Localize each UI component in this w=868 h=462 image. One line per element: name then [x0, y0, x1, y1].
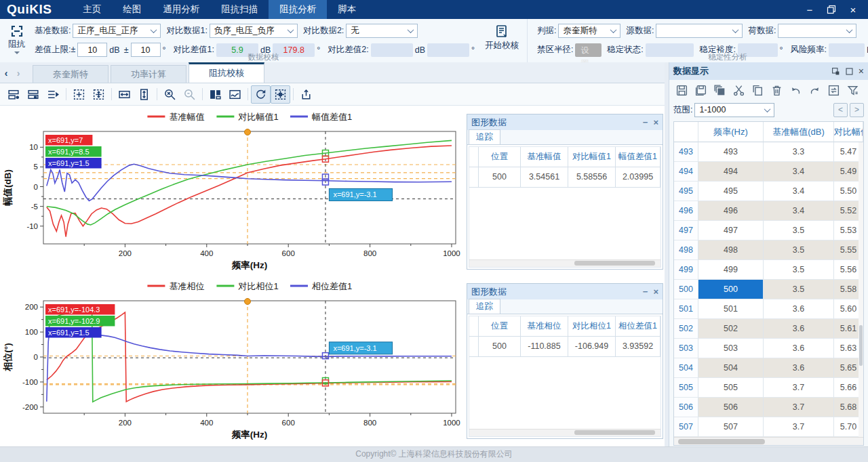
menu-item-3[interactable]: 通用分析 — [152, 0, 210, 19]
column-header-1[interactable]: 位置 — [479, 316, 521, 337]
menu-item-2[interactable]: 绘图 — [112, 0, 152, 19]
column-header-2[interactable]: 频率(Hz) — [698, 122, 764, 142]
fit-horizontal-icon[interactable] — [115, 85, 134, 104]
magnitude-chart[interactable]: 2004006008001000-10-50510幅值(dB)频率(Hz)x=6… — [0, 108, 465, 275]
column-header-3[interactable]: 对比相位1 — [568, 316, 616, 337]
data-cell[interactable]: 3.3 — [764, 142, 834, 162]
minimize-icon[interactable]: − — [800, 1, 819, 18]
table-row-503[interactable]: 5035033.65.63 — [674, 339, 863, 358]
table-row-505[interactable]: 5055053.75.66 — [674, 378, 863, 398]
data-cell[interactable]: 499 — [698, 260, 764, 280]
table-row-497[interactable]: 4974973.55.53 — [674, 221, 863, 240]
column-header-1[interactable] — [674, 122, 698, 142]
data-cell[interactable]: 498 — [698, 240, 764, 260]
data-cell[interactable]: 507 — [698, 417, 764, 437]
start-check-button[interactable]: 开始校核 — [481, 23, 523, 53]
table-row-499[interactable]: 4994993.55.56 — [674, 260, 863, 280]
table-row-493[interactable]: 4934933.35.47 — [674, 142, 863, 162]
column-header-2[interactable]: 基准幅值 — [521, 147, 568, 167]
close-panel-icon[interactable]: × — [859, 66, 864, 77]
table-row-500[interactable]: 5005003.55.58 — [674, 280, 863, 299]
zoom-out-icon[interactable] — [160, 85, 180, 104]
data-cell[interactable]: 3.5 — [764, 240, 834, 260]
column-header-3[interactable]: 对比幅值1 — [568, 147, 616, 167]
table-row-504[interactable]: 5045043.65.65 — [674, 358, 863, 378]
row-index[interactable]: 497 — [674, 221, 698, 240]
undo-icon[interactable] — [789, 84, 802, 97]
filter-icon[interactable] — [846, 84, 859, 97]
horizontal-scrollbar[interactable] — [674, 437, 863, 445]
row-index[interactable]: 506 — [674, 398, 698, 417]
range-select[interactable]: 1-1000 — [694, 103, 774, 117]
trace-cell[interactable]: 3.54561 — [521, 167, 568, 188]
save-icon[interactable] — [675, 84, 688, 97]
table-row-506[interactable]: 5065063.75.68 — [674, 398, 863, 417]
copy-icon[interactable] — [751, 84, 764, 97]
data-cell[interactable]: 494 — [698, 162, 764, 182]
data-cell[interactable]: 3.7 — [764, 378, 834, 398]
data-cell[interactable]: 3.4 — [764, 201, 834, 221]
row-index[interactable]: 493 — [674, 142, 698, 162]
row-index[interactable]: 499 — [674, 260, 698, 280]
data-cell[interactable]: 506 — [698, 398, 764, 417]
fit-selection-icon[interactable] — [89, 85, 108, 104]
doc-tab-1[interactable]: 奈奎斯特 — [33, 65, 108, 83]
menu-item-6[interactable]: 脚本 — [327, 0, 367, 19]
restore-icon[interactable] — [822, 1, 841, 18]
row-index[interactable]: 501 — [674, 299, 698, 319]
data-cell[interactable]: 3.6 — [764, 339, 834, 358]
menu-item-5[interactable]: 阻抗分析 — [269, 0, 327, 19]
layout-grid-icon[interactable] — [24, 85, 43, 104]
trace-cell[interactable]: 3.93592 — [616, 337, 660, 357]
doc-tab-2[interactable]: 功率计算 — [111, 65, 186, 83]
load-data-select[interactable] — [778, 24, 856, 38]
data-cell[interactable]: 496 — [698, 201, 764, 221]
trace-cell[interactable]: 5.58556 — [568, 167, 616, 188]
impedance-button[interactable]: 阻抗 — [4, 23, 29, 56]
table-row-507[interactable]: 5075073.75.70 — [674, 417, 863, 437]
fit-vertical-icon[interactable] — [134, 85, 154, 104]
column-header-4[interactable]: 对比幅值(dB) — [834, 122, 863, 142]
column-header-4[interactable]: 幅值差值1 — [616, 147, 660, 167]
cut-icon[interactable] — [732, 84, 745, 97]
table-row-495[interactable]: 4954953.45.50 — [674, 182, 863, 201]
row-index[interactable]: 496 — [674, 201, 698, 221]
column-header-2[interactable]: 基准相位 — [521, 316, 568, 337]
data-cell[interactable]: 505 — [698, 378, 764, 398]
menu-item-1[interactable]: 主页 — [72, 0, 112, 19]
column-header-3[interactable]: 基准幅值(dB) — [764, 122, 834, 142]
doc-tab-3[interactable]: 阻抗校核 — [189, 62, 264, 83]
criterion-select[interactable]: 奈奎斯特 — [558, 24, 620, 38]
table-row-494[interactable]: 4944943.45.49 — [674, 162, 863, 182]
data-cell[interactable]: 493 — [698, 142, 764, 162]
table-row-498[interactable]: 4984983.55.55 — [674, 240, 863, 260]
trace-tab[interactable]: 追踪 — [469, 129, 500, 144]
source-data-select[interactable] — [656, 24, 743, 38]
row-index[interactable]: 500 — [674, 280, 698, 299]
zoom-search-icon[interactable] — [180, 85, 199, 104]
table-row-501[interactable]: 5015013.65.60 — [674, 299, 863, 319]
layout-rows-icon[interactable] — [4, 85, 24, 104]
data-cell[interactable]: 501 — [698, 299, 764, 319]
table-row-496[interactable]: 4964963.45.52 — [674, 201, 863, 221]
fit-window-icon[interactable] — [69, 85, 89, 104]
base-data-select[interactable]: 正序_电压_正序 — [73, 24, 161, 38]
next-page-button[interactable]: > — [850, 103, 864, 117]
menu-item-4[interactable]: 阻抗扫描 — [210, 0, 269, 19]
trace-cell[interactable]: 2.03995 — [616, 167, 660, 188]
panel-close-icon[interactable]: × — [653, 287, 658, 297]
row-index[interactable]: 505 — [674, 378, 698, 398]
data-cell[interactable]: 3.6 — [764, 358, 834, 378]
export-icon[interactable] — [296, 85, 316, 104]
data-cell[interactable]: 3.5 — [764, 260, 834, 280]
panel-minimize-icon[interactable]: − — [643, 287, 648, 297]
close-icon[interactable]: × — [844, 1, 863, 18]
crosshair-icon[interactable] — [271, 85, 290, 104]
trace-cell[interactable]: 500 — [479, 167, 521, 188]
row-index[interactable]: 502 — [674, 319, 698, 339]
table-row-502[interactable]: 5025023.65.61 — [674, 319, 863, 339]
data-cell[interactable]: 3.6 — [764, 319, 834, 339]
column-header-1[interactable]: 位置 — [479, 147, 521, 167]
data-cell[interactable]: 3.4 — [764, 162, 834, 182]
refresh-icon[interactable] — [251, 85, 271, 104]
